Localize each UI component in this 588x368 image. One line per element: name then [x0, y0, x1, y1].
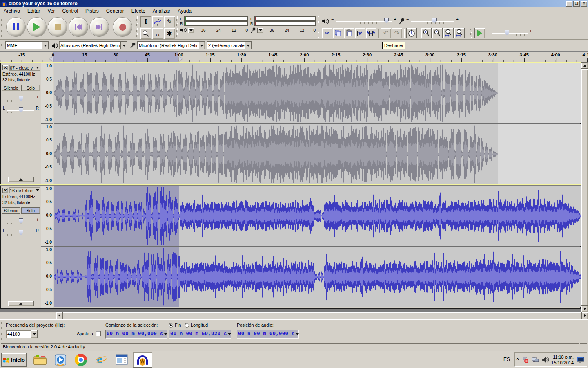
track-2-header[interactable]: ✕ 16 de febre Estéreo, 44100Hz 32 bits, … [1, 186, 41, 308]
track-2-waveform-area[interactable] [54, 186, 580, 308]
selection-start-field[interactable]: 00 h 00 m 00,000 s [105, 330, 167, 339]
output-volume-slider[interactable]: −+ [335, 18, 393, 25]
track-1-solo-button[interactable]: Solo [21, 85, 40, 91]
edit-toolbar-grip[interactable] [318, 29, 320, 38]
transcription-toolbar-grip[interactable] [470, 29, 473, 38]
fit-selection-button[interactable] [443, 28, 454, 38]
horizontal-scrollbar[interactable] [0, 312, 588, 319]
vertical-scroll-thumb[interactable] [581, 69, 588, 305]
audio-host-select[interactable]: MME [5, 41, 49, 49]
minimize-button[interactable]: _ [566, 1, 572, 7]
menu-efecto[interactable]: Efecto [128, 8, 149, 14]
input-channels-select[interactable]: 2 (estéreo) canale [207, 41, 252, 49]
trim-outside-button[interactable] [355, 28, 365, 38]
track-1-collapse-button[interactable] [8, 177, 34, 182]
tools-toolbar-grip[interactable] [136, 16, 139, 38]
selection-start-handle[interactable] [49, 57, 53, 61]
selection-tool-button[interactable]: I [140, 16, 151, 27]
horizontal-scroll-thumb[interactable] [62, 312, 581, 319]
redo-button[interactable]: ↷ [392, 28, 402, 38]
menu-control[interactable]: Control [58, 8, 82, 14]
playback-speed-slider[interactable]: −+ [491, 29, 528, 37]
track-2-mute-button[interactable]: Silencio [2, 207, 20, 214]
pause-button[interactable] [7, 18, 25, 36]
menu-ver[interactable]: Ver [44, 8, 58, 14]
play-button[interactable] [27, 18, 46, 36]
snap-to-checkbox[interactable] [96, 331, 101, 336]
scroll-left-button[interactable] [56, 312, 62, 319]
recording-meter[interactable]: L R -36-24-120 [250, 16, 316, 34]
device-toolbar-grip[interactable] [1, 41, 4, 49]
start-button[interactable]: Inicio [1, 353, 27, 367]
audacity-taskbar-button[interactable] [133, 352, 152, 368]
silence-selection-button[interactable] [366, 28, 376, 38]
scroll-right-button[interactable] [581, 312, 588, 319]
track-1-close-button[interactable]: ✕ [2, 65, 8, 70]
dropdown-arrow-icon[interactable] [31, 330, 37, 338]
close-button[interactable]: ✕ [581, 1, 587, 7]
resize-grip[interactable] [580, 343, 587, 350]
track-1-header[interactable]: ✕ 07 - close y Estéreo, 44100Hz 32 bits,… [1, 63, 41, 184]
timeline-ruler[interactable]: -1501530451:001:151:301:452:002:152:302:… [0, 52, 588, 62]
zoom-tool-button[interactable] [140, 28, 151, 39]
scroll-up-button[interactable] [581, 62, 588, 69]
show-desktop-shortcut[interactable] [113, 353, 131, 367]
sync-lock-button[interactable] [406, 28, 417, 38]
stop-button[interactable] [48, 18, 67, 36]
volume-icon[interactable] [542, 357, 549, 363]
show-length-radio[interactable] [185, 323, 189, 328]
selection-toolbar-grip[interactable] [1, 321, 4, 341]
playback-meter[interactable]: L R -36-24-120 [180, 16, 248, 33]
language-indicator[interactable]: ES [501, 354, 513, 365]
zoom-in-button[interactable] [421, 28, 432, 38]
internet-explorer-shortcut[interactable]: e [92, 353, 110, 367]
menu-generar[interactable]: Generar [102, 8, 128, 14]
recording-meter-dropdown[interactable] [257, 28, 263, 33]
show-end-radio[interactable] [169, 323, 173, 328]
selection-end-handle[interactable] [179, 57, 182, 61]
track-2-collapse-button[interactable] [8, 301, 34, 306]
security-alert-icon[interactable] [521, 356, 529, 364]
track-2-solo-button[interactable]: Solo [21, 207, 40, 214]
track-1-mute-button[interactable]: Silencio [2, 85, 20, 91]
copy-button[interactable] [333, 28, 343, 38]
network-icon[interactable] [531, 356, 539, 364]
menu-archivo[interactable]: Archivo [0, 8, 24, 14]
spinner-icon[interactable] [164, 333, 167, 335]
track-1-pan-slider[interactable]: LR [7, 107, 35, 114]
chrome-shortcut[interactable] [72, 353, 90, 367]
media-player-shortcut[interactable] [51, 353, 69, 367]
paste-button[interactable] [344, 28, 354, 38]
track-2[interactable]: ✕ 16 de febre Estéreo, 44100Hz 32 bits, … [0, 186, 581, 309]
menu-pistas[interactable]: Pistas [82, 8, 102, 14]
input-volume-slider[interactable]: −+ [410, 18, 455, 25]
hide-icons-chevron[interactable]: ^ [516, 357, 519, 363]
menu-editar[interactable]: Editar [24, 8, 44, 14]
record-button[interactable] [113, 18, 132, 36]
show-desktop-tray-icon[interactable] [577, 357, 584, 363]
track-1-right-channel-waveform[interactable] [54, 124, 581, 184]
menu-analizar[interactable]: Analizar [149, 8, 174, 14]
playback-meter-dropdown[interactable] [188, 28, 194, 33]
spinner-icon[interactable] [296, 333, 299, 335]
track-2-close-button[interactable]: ✕ [2, 188, 8, 193]
dropdown-arrow-icon[interactable] [245, 42, 251, 49]
spinner-icon[interactable] [228, 333, 231, 335]
track-1-gain-slider[interactable]: −+ [7, 95, 35, 103]
dropdown-arrow-icon[interactable] [198, 42, 205, 49]
multi-tool-button[interactable]: ✱ [164, 28, 175, 39]
project-rate-select[interactable]: 44100 [6, 330, 38, 338]
output-device-select[interactable]: Altavoces (Realtek High Definit [59, 41, 127, 49]
input-device-select[interactable]: Micrófono (Realtek High Definil [137, 41, 205, 49]
track-1-left-channel-waveform[interactable] [54, 63, 581, 123]
track-2-pan-slider[interactable]: LR [7, 229, 35, 237]
skip-to-end-button[interactable] [90, 18, 109, 36]
track-1-vertical-ruler[interactable]: 1.00.50.0-0.5-1.01.00.50.0-0.5-1.0 [41, 63, 53, 184]
meter-toolbar-grip[interactable] [176, 16, 179, 38]
vertical-scrollbar[interactable] [581, 62, 588, 312]
cut-button[interactable]: ✂ [322, 28, 332, 38]
file-explorer-shortcut[interactable] [31, 353, 49, 367]
restore-button[interactable]: ❐ [573, 1, 580, 7]
track-1-title-menu[interactable]: 07 - close y [9, 65, 40, 71]
undo-button[interactable]: ↶ [381, 28, 391, 38]
